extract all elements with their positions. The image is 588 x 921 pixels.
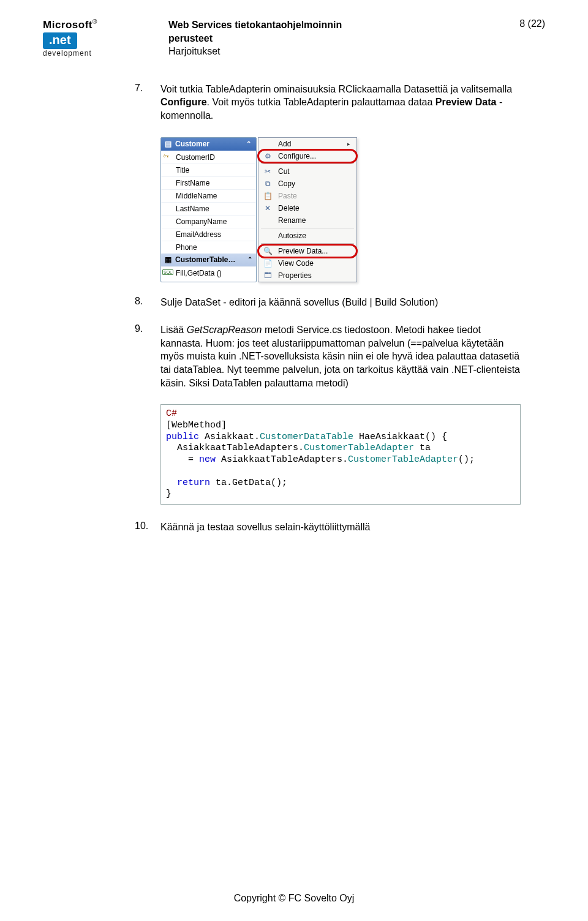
column-emailaddress: EmailAddress — [161, 228, 256, 241]
column-phone: Phone — [161, 241, 256, 254]
column-title: Title — [161, 164, 256, 176]
step-number: 7. — [135, 83, 152, 122]
adapter-header: ▦ CustomerTable… ⌃ — [161, 254, 256, 266]
table-panel: ▤ Customer ⌃ CustomerID Title FirstName … — [160, 137, 257, 282]
menu-add[interactable]: Add ▸ — [258, 138, 356, 150]
menu-preview-data[interactable]: 🔍 Preview Data... — [258, 245, 356, 257]
scissors-icon: ✂ — [262, 167, 273, 176]
logo-dev: development — [43, 49, 113, 58]
menu-properties[interactable]: 🗔 Properties — [258, 269, 356, 282]
fill-getdata-row: Fill,GetData () — [161, 266, 256, 279]
code-icon: 📄 — [262, 259, 273, 268]
menu-separator — [261, 164, 354, 164]
adapter-header-label: CustomerTable… — [175, 255, 235, 264]
table-header: ▤ Customer ⌃ — [161, 138, 256, 151]
table-header-label: Customer — [175, 140, 209, 148]
step-number: 9. — [135, 323, 152, 389]
step-number: 8. — [135, 296, 152, 309]
menu-rename[interactable]: Rename — [258, 214, 356, 227]
menu-copy[interactable]: ⧉ Copy — [258, 178, 356, 190]
column-lastname: LastName — [161, 202, 256, 215]
doc-title-line2: perusteet — [168, 32, 441, 45]
code-snippet: C# [WebMethod] public Asiakkaat.Customer… — [160, 404, 521, 505]
menu-cut[interactable]: ✂ Cut — [258, 165, 356, 178]
page-number: 8 (22) — [496, 18, 545, 29]
step-9: 9. Lisää GetScrapReason metodi Service.c… — [135, 323, 521, 389]
menu-paste: 📋 Paste — [258, 190, 356, 202]
collapse-icon: ⌃ — [246, 140, 251, 147]
preview-icon: 🔍 — [262, 247, 273, 255]
table-icon: ▤ — [165, 140, 172, 148]
step-text: Voit tutkia TableAdapterin ominaisuuksia… — [160, 83, 521, 122]
context-menu: Add ▸ ⚙ Configure... ✂ Cut ⧉ Copy 📋 — [258, 137, 357, 282]
menu-view-code[interactable]: 📄 View Code — [258, 257, 356, 269]
menu-separator — [261, 228, 354, 228]
step-text: Käännä ja testaa sovellus selain-käyttöl… — [160, 521, 521, 534]
menu-separator — [261, 243, 354, 244]
page-header: Microsoft® .net development Web Services… — [43, 18, 545, 58]
gear-icon: ⚙ — [262, 152, 273, 160]
dotnet-logo: Microsoft® .net development — [43, 18, 113, 58]
step-number: 10. — [135, 521, 152, 534]
doc-title-line1: Web Services tietokantaohjelmoinnin — [168, 18, 441, 32]
adapter-icon: ▦ — [165, 255, 172, 264]
step-text: Sulje DataSet - editori ja käännä sovell… — [160, 296, 521, 309]
delete-icon: ✕ — [262, 204, 273, 212]
step-7: 7. Voit tutkia TableAdapterin ominaisuuk… — [135, 83, 521, 122]
paste-icon: 📋 — [262, 192, 273, 200]
step-8: 8. Sulje DataSet - editori ja käännä sov… — [135, 296, 521, 309]
dataset-designer-screenshot: ▤ Customer ⌃ CustomerID Title FirstName … — [160, 137, 521, 282]
page-footer: Copyright © FC Sovelto Oyj — [0, 893, 588, 904]
chevron-right-icon: ▸ — [347, 141, 350, 147]
column-firstname: FirstName — [161, 176, 256, 189]
doc-title-line3: Harjoitukset — [168, 45, 441, 58]
copy-icon: ⧉ — [262, 179, 273, 188]
logo-net: .net — [43, 32, 77, 49]
collapse-icon: ⌃ — [247, 256, 252, 263]
column-middlename: MiddleName — [161, 189, 256, 202]
properties-icon: 🗔 — [262, 271, 273, 280]
logo-ms: Microsoft — [43, 19, 92, 31]
doc-title: Web Services tietokantaohjelmoinnin peru… — [168, 18, 441, 58]
step-10: 10. Käännä ja testaa sovellus selain-käy… — [135, 521, 521, 534]
menu-autosize[interactable]: Autosize — [258, 230, 356, 242]
column-companyname: CompanyName — [161, 215, 256, 228]
menu-configure[interactable]: ⚙ Configure... — [258, 150, 356, 162]
menu-delete[interactable]: ✕ Delete — [258, 202, 356, 214]
step-text: Lisää GetScrapReason metodi Service.cs t… — [160, 323, 521, 389]
column-customerid: CustomerID — [161, 151, 256, 164]
